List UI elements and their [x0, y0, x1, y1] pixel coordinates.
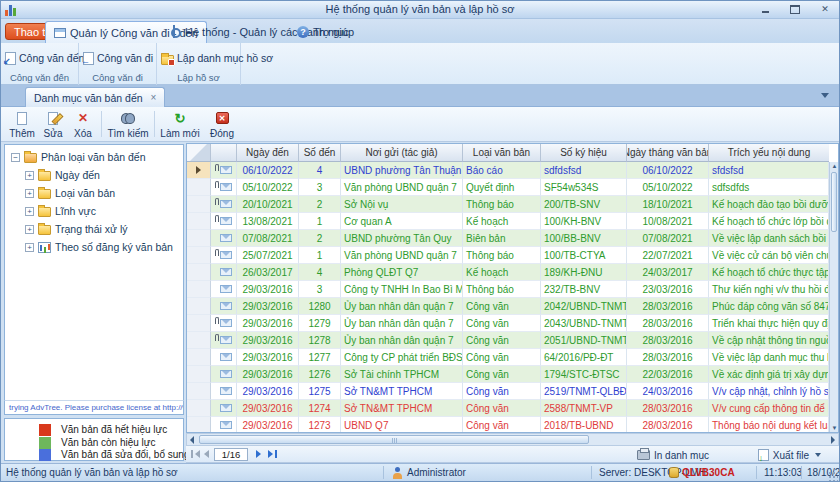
table-row[interactable]: 29/03/2016 1275 Sở TN&MT TPHCM Công văn …: [187, 383, 829, 400]
cell-loai-van-ban: Công văn: [463, 332, 541, 349]
page-indicator[interactable]: 1/16: [214, 448, 248, 461]
row-selector-cell[interactable]: [187, 417, 211, 432]
collapse-icon[interactable]: −: [11, 153, 20, 162]
group-caption: Công văn đến: [1, 72, 78, 83]
refresh-button[interactable]: ↻ Làm mới: [158, 109, 202, 140]
cell-noi-gui: Văn phòng UBND quận 7: [341, 179, 463, 196]
col-loai-van-ban[interactable]: Loại văn bản: [463, 144, 541, 162]
chevron-down-icon[interactable]: [821, 93, 829, 98]
delete-button[interactable]: ✕ Xóa: [69, 109, 97, 140]
print-list-button[interactable]: In danh mục: [637, 448, 709, 462]
expand-icon[interactable]: +: [25, 171, 34, 180]
tree-item-trang-thai-xu-ly[interactable]: + Trạng thái xử lý: [25, 221, 128, 237]
row-selector-cell[interactable]: [187, 264, 211, 281]
search-button[interactable]: Tìm kiếm: [105, 109, 151, 140]
tab-close-icon[interactable]: ×: [151, 92, 157, 103]
row-selector-cell[interactable]: [187, 247, 211, 264]
next-page-button[interactable]: [256, 450, 261, 458]
expand-icon[interactable]: +: [25, 225, 34, 234]
col-ngay-den[interactable]: Ngày đến: [237, 144, 299, 162]
scroll-up-icon[interactable]: ▲: [831, 162, 838, 170]
col-noi-gui[interactable]: Nơi gửi (tác giả): [341, 144, 463, 162]
table-row[interactable]: 25/07/2021 1 Văn phòng UBND quận 7 Thông…: [187, 247, 829, 264]
table-row[interactable]: 29/03/2016 1276 Sở Tài chính TPHCM Công …: [187, 366, 829, 383]
table-row[interactable]: 05/10/2022 3 Văn phòng UBND quận 7 Quyết…: [187, 179, 829, 196]
row-selector-cell[interactable]: [187, 213, 211, 230]
table-row[interactable]: 29/03/2016 1279 Ủy ban nhân dân quận 7 C…: [187, 315, 829, 332]
table-row[interactable]: 13/08/2021 1 Cơ quan A Kế hoạch 100/KH-B…: [187, 213, 829, 230]
tab-tro-giup[interactable]: ? Trợ giúp: [289, 21, 362, 43]
horizontal-scrollbar[interactable]: [186, 433, 839, 446]
scroll-left-icon[interactable]: [190, 436, 194, 444]
maximize-icon[interactable]: [787, 2, 803, 16]
col-ngay-thang-van-ban[interactable]: Ngày tháng văn bản: [627, 144, 709, 162]
table-row[interactable]: 07/08/2021 2 UBND phường Tân Quy Biên bả…: [187, 230, 829, 247]
row-selector-cell[interactable]: [187, 179, 211, 196]
cong-van-di-button[interactable]: ← Công văn đi: [83, 47, 152, 69]
cell-ngay-den: 25/07/2021: [237, 247, 299, 264]
edit-button[interactable]: Sửa: [39, 109, 67, 140]
table-row[interactable]: 20/10/2021 2 Sở Nội vụ Thông báo 200/TB-…: [187, 196, 829, 213]
row-selector-cell[interactable]: [187, 332, 211, 349]
row-selector-cell[interactable]: [187, 281, 211, 298]
prev-page-button[interactable]: [204, 450, 209, 458]
icon-column-header[interactable]: [211, 144, 237, 162]
table-row[interactable]: 29/03/2016 1274 Sở TN&MT TPHCM Công văn …: [187, 400, 829, 417]
tab-danh-muc-van-ban-den[interactable]: Danh mục văn bản đến ×: [25, 87, 165, 107]
select-all-corner[interactable]: [187, 144, 211, 162]
resize-grip[interactable]: [828, 471, 838, 481]
cell-so-den: 1275: [299, 383, 341, 400]
table-row[interactable]: 29/03/2016 1278 Ủy ban nhân dân quận 7 C…: [187, 332, 829, 349]
tree-item-theo-so-dang-ky[interactable]: + Theo số đăng ký văn bản: [25, 239, 173, 255]
first-page-icon: [195, 450, 200, 458]
cell-trich-yeu: V/v cung cấp thông tin để làm danh bạ đi…: [709, 400, 829, 417]
cell-so-den: 1280: [299, 298, 341, 315]
close-icon[interactable]: [817, 2, 833, 16]
table-row[interactable]: 29/03/2016 1273 UBND Q7 Công văn 2018/TB…: [187, 417, 829, 432]
row-selector-cell[interactable]: [187, 315, 211, 332]
folder-icon: [38, 189, 51, 199]
row-selector-cell[interactable]: [187, 298, 211, 315]
scroll-right-icon[interactable]: [831, 436, 835, 444]
row-selector-cell[interactable]: [187, 400, 211, 417]
row-selector-cell[interactable]: [187, 162, 211, 179]
expand-icon[interactable]: +: [25, 189, 34, 198]
table-row[interactable]: 26/03/2017 4 Phòng QLĐT Q7 Kế hoạch 189/…: [187, 264, 829, 281]
table-row[interactable]: 29/03/2016 1277 Công ty CP phát triển BĐ…: [187, 349, 829, 366]
add-button[interactable]: Thêm: [7, 109, 37, 140]
cong-van-den-button[interactable]: ↙ Công văn đến: [5, 47, 74, 69]
first-page-button[interactable]: [191, 450, 200, 458]
col-trich-yeu[interactable]: Trích yếu nội dung: [709, 144, 829, 162]
minimize-icon[interactable]: [757, 2, 773, 16]
vertical-scroll-thumb[interactable]: [831, 172, 837, 232]
col-so-ky-hieu[interactable]: Số ký hiệu: [541, 144, 627, 162]
row-selector-cell[interactable]: [187, 366, 211, 383]
export-file-button[interactable]: Xuất file: [758, 448, 821, 462]
scroll-down-icon[interactable]: ▼: [831, 424, 838, 432]
cell-trich-yeu: V/v cập nhật, chỉnh lý hồ sơ địa chính, …: [709, 383, 829, 400]
table-row[interactable]: 29/03/2016 1280 Ủy ban nhân dân quận 7 C…: [187, 298, 829, 315]
lap-danh-muc-ho-so-button[interactable]: Lập danh mục hồ sơ: [161, 47, 236, 69]
table-row[interactable]: 29/03/2016 3 Công ty TNHH In Bao Bì Mai …: [187, 281, 829, 298]
col-so-den[interactable]: Số đến: [299, 144, 341, 162]
cell-so-ky-hieu: 1794/STC-ĐTSC: [541, 366, 627, 383]
expand-icon[interactable]: +: [25, 207, 34, 216]
horizontal-scroll-thumb[interactable]: [199, 435, 589, 444]
cell-ngay-thang-van-ban: 06/10/2022: [627, 162, 709, 179]
tree-item-ngay-den[interactable]: + Ngày đến: [25, 167, 100, 183]
row-selector-cell[interactable]: [187, 349, 211, 366]
envelope-cell: [211, 417, 237, 432]
last-page-button[interactable]: [268, 450, 277, 458]
tree-item-linh-vuc[interactable]: + Lĩnh vực: [25, 203, 96, 219]
row-selector-cell[interactable]: [187, 383, 211, 400]
row-selector-cell[interactable]: [187, 196, 211, 213]
expand-icon[interactable]: +: [25, 243, 34, 252]
row-selector-cell[interactable]: [187, 230, 211, 247]
chevron-down-icon[interactable]: [815, 453, 821, 457]
table-row[interactable]: 06/10/2022 4 UBND phường Tân Thuận Đông …: [187, 162, 829, 179]
vertical-scrollbar[interactable]: ▲ ▼: [829, 162, 838, 432]
tree-item-loai-van-ban[interactable]: + Loại văn bản: [25, 185, 115, 201]
outgoing-doc-icon: ←: [83, 52, 94, 65]
tree-root-phan-loai[interactable]: − Phân loại văn bản đến: [11, 149, 146, 165]
close-tab-button[interactable]: ✕ Đóng: [205, 109, 239, 140]
